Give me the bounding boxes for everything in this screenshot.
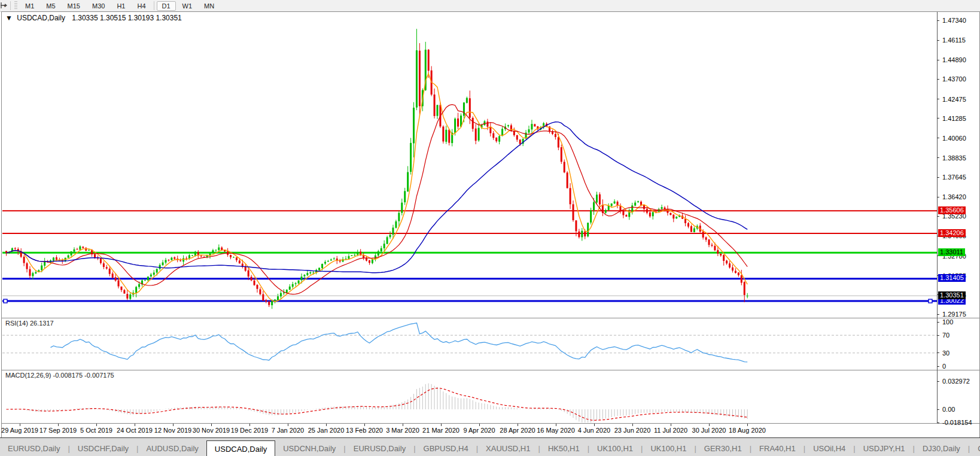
candle-body (354, 255, 355, 256)
timeframe-button-m30[interactable]: M30 (87, 1, 110, 11)
rsi-axis-tick (937, 366, 939, 367)
candle-body (498, 136, 500, 141)
date-axis-tick (135, 424, 135, 426)
candle-body (416, 50, 418, 108)
timeframe-button-m1[interactable]: M1 (20, 1, 39, 11)
candle-body (215, 250, 217, 250)
chart-tab-audusd-daily[interactable]: AUDUSD,Daily (138, 442, 206, 456)
candle-body (593, 202, 595, 210)
candle-body (732, 267, 734, 270)
timeframe-button-h1[interactable]: H1 (111, 1, 130, 11)
date-axis-tick (96, 424, 97, 426)
candle-body (271, 301, 273, 305)
candle-body (664, 208, 666, 209)
timeframe-button-d1[interactable]: D1 (157, 1, 176, 11)
candle-body (384, 244, 385, 248)
chart-tab-eurusd-daily[interactable]: EURUSD,Daily (0, 442, 68, 456)
candle-body (437, 105, 439, 115)
candle-body (23, 257, 25, 263)
candle-body (720, 254, 722, 256)
candle-body (156, 269, 158, 273)
timeframe-button-mn[interactable]: MN (199, 1, 220, 11)
moving-average-line (7, 122, 748, 273)
cursor-tool-icon[interactable]: ▾ (0, 1, 8, 11)
chart-tab-china300-h1[interactable]: CHINA300,H1 (970, 442, 980, 456)
candle-body (640, 202, 642, 205)
candle-body (614, 202, 616, 203)
date-axis-tick (632, 424, 633, 426)
candle-body (369, 260, 370, 263)
moving-average-line (7, 74, 748, 302)
candle-body (573, 204, 574, 220)
chart-tab-gbpusd-h4[interactable]: GBPUSD,H4 (416, 442, 476, 456)
price-level-badge[interactable]: 1.34206 (938, 229, 966, 237)
candle-body (159, 265, 161, 269)
candle-body (262, 294, 264, 301)
candle-body (472, 118, 474, 129)
chart-tab-usdchf-daily[interactable]: USDCHF,Daily (70, 442, 136, 456)
candle-body (649, 212, 651, 217)
chart-tab-usdcnh-daily[interactable]: USDCNH,Daily (275, 442, 343, 456)
candle-body (741, 275, 742, 282)
candle-body (348, 256, 349, 259)
date-axis[interactable]: 29 Aug 201917 Sep 20195 Oct 201924 Oct 2… (2, 424, 979, 437)
price-pane[interactable] (2, 13, 937, 318)
candle-body (268, 302, 270, 305)
price-level-badge[interactable]: 1.35606 (938, 206, 966, 214)
chart-tab-usdcad-daily[interactable]: USDCAD,Daily (206, 440, 275, 456)
candle-body (333, 259, 335, 259)
rsi-pane[interactable] (2, 318, 937, 370)
chart-tab-uk100-h1[interactable]: UK100,H1 (589, 442, 641, 456)
timeframe-button-m15[interactable]: M15 (62, 1, 86, 11)
candle-body (218, 247, 220, 250)
candle-body (71, 251, 72, 256)
candle-body (129, 294, 131, 299)
chart-tab-uk100-h1[interactable]: UK100,H1 (643, 442, 694, 456)
candle-body (298, 281, 300, 284)
line-handle[interactable] (4, 299, 7, 303)
candle-body (516, 135, 518, 140)
chart-tab-fra40-h1[interactable]: FRA40,H1 (751, 442, 804, 456)
price-level-badge[interactable]: 1.31405 (938, 274, 966, 282)
toolbar-grip[interactable] (14, 1, 17, 10)
date-axis-tick (364, 424, 365, 426)
timeframe-button-h4[interactable]: H4 (132, 1, 151, 11)
candle-body (327, 261, 329, 262)
chart-tab-usoil-h4[interactable]: USOil,H4 (805, 442, 853, 456)
candle-body (138, 284, 140, 287)
chart-tab-ger30-h1[interactable]: GER30,H1 (696, 442, 750, 456)
candle-body (212, 250, 214, 253)
date-axis-label: 3 Mar 2020 (386, 427, 419, 434)
chart-tab-dj30-daily[interactable]: DJ30,Daily (915, 442, 968, 456)
date-axis-label: 23 Jun 2020 (614, 427, 651, 434)
line-handle[interactable] (929, 299, 932, 303)
chart-tab-usdjpy-h1[interactable]: USDJPY,H1 (856, 442, 913, 456)
candle-body (345, 259, 347, 259)
candle-body (637, 201, 639, 202)
candle-body (162, 263, 164, 265)
candle-body (478, 128, 480, 141)
chart-tab-xauusd-h1[interactable]: XAUUSD,H1 (478, 442, 538, 456)
macd-pane[interactable] (2, 370, 937, 423)
price-level-badge[interactable]: 1.33011 (938, 248, 965, 256)
chart-tab-eurusd-daily[interactable]: EURUSD,Daily (346, 442, 413, 456)
date-axis-tick (747, 424, 748, 426)
date-axis-label: 30 Jul 2020 (692, 427, 726, 434)
date-axis-label: 17 Sep 2019 (39, 427, 77, 434)
price-axis-label: 1.44890 (942, 56, 966, 63)
candle-body (690, 226, 692, 232)
chart-tab-hk50-h1[interactable]: HK50,H1 (540, 442, 588, 456)
candle-body (144, 280, 146, 281)
timeframe-button-w1[interactable]: W1 (177, 1, 198, 11)
candle-body (404, 191, 406, 202)
macd-axis-label: 0.032972 (942, 378, 970, 385)
candle-body (587, 223, 589, 236)
timeframe-button-m5[interactable]: M5 (41, 1, 60, 11)
candle-body (687, 223, 689, 227)
price-axis-tick (937, 138, 939, 138)
macd-axis-tick (937, 381, 939, 382)
collapse-triangle-icon[interactable]: ▼ (5, 14, 13, 22)
candle-body (265, 300, 267, 302)
candle-body (575, 220, 577, 231)
macd-axis-tick (937, 422, 939, 423)
